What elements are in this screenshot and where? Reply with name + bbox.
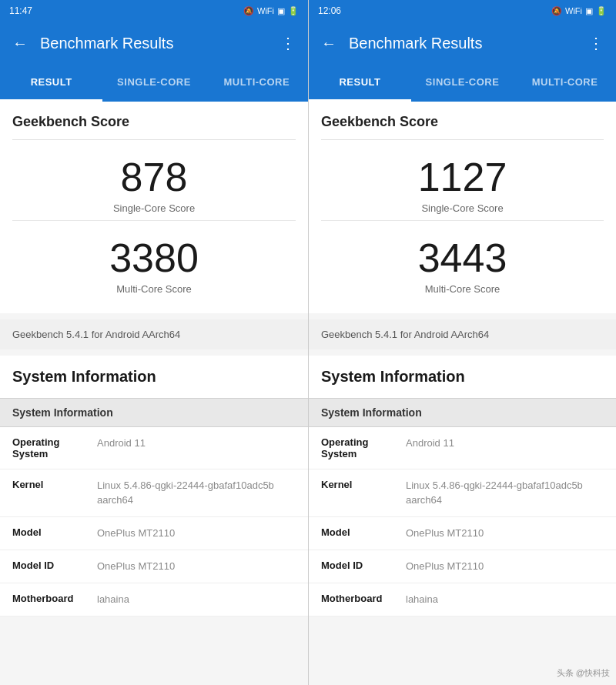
left-sysinfo-val-0: Android 11 (97, 436, 296, 459)
left-score-section: Geekbench Score 878 Single-Core Score 33… (0, 102, 308, 313)
left-status-bar: 11:47 🔕 WiFi ▣ 🔋 (0, 0, 308, 22)
left-menu-button[interactable]: ⋮ (274, 28, 302, 58)
left-single-label: Single-Core Score (12, 202, 296, 214)
left-wifi-icon: WiFi (257, 6, 274, 15)
right-sysinfo-key-4: Motherboard (321, 593, 406, 606)
left-content: Geekbench Score 878 Single-Core Score 33… (0, 102, 308, 685)
left-version: Geekbench 5.4.1 for Android AArch64 (0, 319, 308, 349)
left-sysinfo-row-4: Motherboard lahaina (0, 583, 308, 616)
right-sysinfo-key-0: Operating System (321, 436, 406, 459)
left-sysinfo-val-4: lahaina (97, 593, 296, 606)
right-sysinfo-header: System Information (309, 398, 616, 427)
left-tab-bar: RESULT SINGLE-CORE MULTI-CORE (0, 65, 308, 102)
watermark: 头条 @快科技 (557, 667, 610, 679)
right-single-score-item: 1127 Single-Core Score (321, 140, 604, 220)
right-back-button[interactable]: ← (315, 28, 343, 58)
right-single-label: Single-Core Score (321, 202, 604, 214)
left-back-button[interactable]: ← (6, 28, 34, 58)
left-sysinfo-key-0: Operating System (12, 436, 97, 459)
right-sysinfo-val-4: lahaina (406, 593, 604, 606)
right-version: Geekbench 5.4.1 for Android AArch64 (309, 319, 616, 349)
left-multi-score-item: 3380 Multi-Core Score (12, 221, 296, 301)
right-sysinfo-main-title: System Information (309, 356, 616, 398)
left-toolbar-title: Benchmark Results (40, 35, 268, 52)
left-sysinfo-key-4: Motherboard (12, 593, 97, 606)
right-battery-icon: 🔋 (596, 6, 607, 16)
right-single-score: 1127 (321, 155, 604, 199)
left-panel: 11:47 🔕 WiFi ▣ 🔋 ← Benchmark Results ⋮ R… (0, 0, 308, 685)
right-section-title: Geekbench Score (321, 114, 604, 140)
left-single-score: 878 (12, 155, 296, 199)
right-mute-icon: 🔕 (551, 6, 562, 16)
left-tab-result[interactable]: RESULT (0, 65, 102, 102)
right-sysinfo-key-3: Model ID (321, 560, 406, 573)
right-panel: 12:06 🔕 WiFi ▣ 🔋 ← Benchmark Results ⋮ R… (308, 0, 616, 685)
right-sysinfo-val-0: Android 11 (406, 436, 604, 459)
left-tab-multi[interactable]: MULTI-CORE (206, 65, 308, 102)
right-sysinfo-val-2: OnePlus MT2110 (406, 526, 604, 540)
right-sysinfo-key-2: Model (321, 526, 406, 540)
left-multi-label: Multi-Core Score (12, 283, 296, 295)
right-multi-score: 3443 (321, 236, 604, 280)
right-menu-button[interactable]: ⋮ (582, 28, 610, 58)
left-sysinfo-key-1: Kernel (12, 479, 97, 506)
right-tab-multi[interactable]: MULTI-CORE (514, 65, 616, 102)
right-multi-label: Multi-Core Score (321, 283, 604, 295)
right-toolbar-title: Benchmark Results (349, 35, 576, 52)
right-status-bar: 12:06 🔕 WiFi ▣ 🔋 (309, 0, 616, 22)
left-sysinfo-row-0: Operating System Android 11 (0, 427, 308, 469)
left-multi-score: 3380 (12, 236, 296, 280)
right-tab-result[interactable]: RESULT (309, 65, 411, 102)
left-sysinfo-val-3: OnePlus MT2110 (97, 560, 296, 573)
left-sysinfo-header: System Information (0, 398, 308, 427)
left-status-icons: 🔕 WiFi ▣ 🔋 (243, 6, 299, 16)
left-mute-icon: 🔕 (243, 6, 254, 16)
left-sysinfo-row-2: Model OnePlus MT2110 (0, 517, 308, 550)
left-sysinfo-section: System Information System Information Op… (0, 356, 308, 616)
panels-wrapper: 11:47 🔕 WiFi ▣ 🔋 ← Benchmark Results ⋮ R… (0, 0, 616, 685)
left-tab-single[interactable]: SINGLE-CORE (102, 65, 205, 102)
right-sysinfo-row-3: Model ID OnePlus MT2110 (309, 550, 616, 583)
left-time: 11:47 (9, 5, 32, 16)
left-battery-icon: 🔋 (288, 6, 299, 16)
left-section-title: Geekbench Score (12, 114, 296, 140)
right-status-icons: 🔕 WiFi ▣ 🔋 (551, 6, 607, 16)
right-sysinfo-row-0: Operating System Android 11 (309, 427, 616, 469)
right-sysinfo-row-1: Kernel Linux 5.4.86-qgki-22444-gbafaf10a… (309, 469, 616, 516)
right-toolbar: ← Benchmark Results ⋮ (309, 22, 616, 65)
left-single-score-item: 878 Single-Core Score (12, 140, 296, 220)
right-multi-score-item: 3443 Multi-Core Score (321, 221, 604, 301)
left-signal-icon: ▣ (277, 6, 285, 16)
left-sysinfo-val-1: Linux 5.4.86-qgki-22444-gbafaf10adc5b aa… (97, 479, 296, 506)
left-toolbar: ← Benchmark Results ⋮ (0, 22, 308, 65)
right-sysinfo-row-4: Motherboard lahaina (309, 583, 616, 616)
left-sysinfo-key-2: Model (12, 526, 97, 540)
right-tab-bar: RESULT SINGLE-CORE MULTI-CORE (309, 65, 616, 102)
right-content: Geekbench Score 1127 Single-Core Score 3… (309, 102, 616, 685)
right-tab-single[interactable]: SINGLE-CORE (411, 65, 514, 102)
right-wifi-icon: WiFi (565, 6, 582, 15)
right-signal-icon: ▣ (585, 6, 593, 16)
right-sysinfo-val-3: OnePlus MT2110 (406, 560, 604, 573)
right-sysinfo-row-2: Model OnePlus MT2110 (309, 517, 616, 550)
right-sysinfo-key-1: Kernel (321, 479, 406, 506)
right-score-section: Geekbench Score 1127 Single-Core Score 3… (309, 102, 616, 313)
right-sysinfo-section: System Information System Information Op… (309, 356, 616, 616)
right-sysinfo-val-1: Linux 5.4.86-qgki-22444-gbafaf10adc5b aa… (406, 479, 604, 506)
left-sysinfo-key-3: Model ID (12, 560, 97, 573)
left-sysinfo-val-2: OnePlus MT2110 (97, 526, 296, 540)
left-sysinfo-main-title: System Information (0, 356, 308, 398)
left-sysinfo-row-1: Kernel Linux 5.4.86-qgki-22444-gbafaf10a… (0, 469, 308, 516)
right-time: 12:06 (318, 5, 341, 16)
left-sysinfo-row-3: Model ID OnePlus MT2110 (0, 550, 308, 583)
